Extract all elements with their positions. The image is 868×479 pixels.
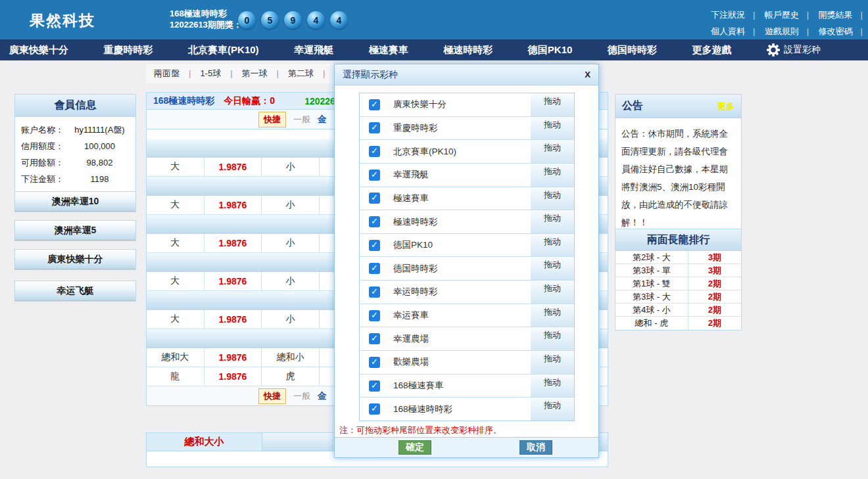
drag-handle[interactable]: 拖动 xyxy=(531,93,574,116)
sidebar-button-aus-lucky5[interactable]: 澳洲幸運5 xyxy=(14,220,136,240)
settings-lottery-button[interactable]: 設置彩种 xyxy=(767,43,821,57)
link-bet-status[interactable]: 下注狀況 xyxy=(711,10,755,20)
link-draw-results[interactable]: 開獎結果 xyxy=(819,10,863,20)
sidebar-button-guangdong-keno[interactable]: 廣東快樂十分 xyxy=(14,249,136,269)
board-game-title: 168極速時時彩 xyxy=(153,95,214,107)
quick-mode-button[interactable]: 快捷 xyxy=(258,388,286,404)
nav-speed-racing[interactable]: 極速賽車 xyxy=(369,44,408,57)
announcement-panel: 公告 更多 公告：休市期間，系統將全面清理更新，請各級代理會員備注好自己數據，本… xyxy=(615,94,742,240)
bet-option-big[interactable]: 大 xyxy=(147,196,205,215)
streak-name: 第3球 - 大 xyxy=(615,290,688,303)
bet-option-big[interactable]: 大 xyxy=(147,310,205,329)
sidebar-button-lucky-airship[interactable]: 幸运飞艇 xyxy=(14,281,136,301)
drag-handle[interactable]: 拖动 xyxy=(531,234,574,257)
bet-option-big[interactable]: 大 xyxy=(147,272,205,291)
drag-handle[interactable]: 拖动 xyxy=(531,304,574,327)
checkbox-checked[interactable] xyxy=(369,122,380,133)
drag-handle[interactable]: 拖动 xyxy=(531,281,574,304)
bet-option-small[interactable]: 小 xyxy=(262,310,320,329)
checkbox-checked[interactable] xyxy=(369,380,380,392)
checkbox-checked[interactable] xyxy=(369,357,380,368)
announcement-more-link[interactable]: 更多 xyxy=(717,101,735,112)
checkbox-checked[interactable] xyxy=(369,193,380,204)
bet-option-small[interactable]: 小 xyxy=(262,272,320,291)
cancel-button[interactable]: 取消 xyxy=(519,440,552,455)
bet-option-small[interactable]: 小 xyxy=(262,234,320,253)
close-icon[interactable]: X xyxy=(585,70,591,80)
draw-period: 12022613期開獎： xyxy=(170,19,242,30)
lottery-list-item: 極速時時彩 拖动 xyxy=(360,210,574,234)
lottery-name: 極速時時彩 xyxy=(393,216,438,228)
account-links-row2: 個人資料 遊戲規則 修改密碼 xyxy=(704,22,863,39)
bet-option-tiger[interactable]: 虎 xyxy=(262,367,320,386)
bet-option-total-big[interactable]: 總和大 xyxy=(147,348,205,367)
link-profile[interactable]: 個人資料 xyxy=(711,26,755,36)
normal-mode-button[interactable]: 一般 xyxy=(293,114,310,125)
tab-second-ball[interactable]: 第二球 xyxy=(288,68,334,80)
tab-two-sides[interactable]: 兩面盤 xyxy=(154,68,200,80)
bet-odds[interactable]: 1.9876 xyxy=(205,158,262,177)
nav-speed-ssc[interactable]: 極速時時彩 xyxy=(443,44,493,57)
settings-lottery-label: 設置彩种 xyxy=(784,44,821,56)
sidebar-button-aus-lucky10[interactable]: 澳洲幸運10 xyxy=(14,191,136,212)
drag-handle[interactable]: 拖动 xyxy=(531,398,574,421)
link-game-rules[interactable]: 遊戲規則 xyxy=(765,26,809,36)
bet-odds[interactable]: 1.9876 xyxy=(205,196,262,215)
bet-option-big[interactable]: 大 xyxy=(147,234,205,253)
bet-odds[interactable]: 1.9876 xyxy=(205,348,262,367)
checkbox-checked[interactable] xyxy=(369,170,380,181)
nav-german-ssc[interactable]: 德国時時彩 xyxy=(608,44,657,57)
bet-option-big[interactable]: 大 xyxy=(147,158,205,177)
streak-value: 2期 xyxy=(688,277,741,290)
amount-link[interactable]: 金 xyxy=(318,390,327,402)
checkbox-checked[interactable] xyxy=(369,333,380,344)
drag-handle[interactable]: 拖动 xyxy=(531,140,574,163)
drag-handle[interactable]: 拖动 xyxy=(531,351,574,374)
bet-option-dragon[interactable]: 龍 xyxy=(147,367,205,386)
nav-chongqing-ssc[interactable]: 重慶時時彩 xyxy=(104,44,153,57)
modal-note: 注：可拖动彩种尾部位置来改变彩种排序。 xyxy=(339,424,502,436)
tab-first-ball[interactable]: 第一球 xyxy=(242,68,288,80)
bet-odds[interactable]: 1.9876 xyxy=(205,234,262,253)
confirm-button[interactable]: 確定 xyxy=(398,440,431,455)
drag-handle[interactable]: 拖动 xyxy=(531,257,574,280)
checkbox-checked[interactable] xyxy=(369,403,380,415)
checkbox-checked[interactable] xyxy=(369,146,380,157)
drag-handle[interactable]: 拖动 xyxy=(531,187,574,210)
checkbox-checked[interactable] xyxy=(369,99,380,110)
nav-guangdong-keno[interactable]: 廣東快樂十分 xyxy=(9,44,68,57)
drag-handle[interactable]: 拖动 xyxy=(531,375,574,398)
link-change-password[interactable]: 修改密碼 xyxy=(819,26,863,36)
nav-more-games[interactable]: 更多遊戲 xyxy=(692,44,731,57)
bet-odds[interactable]: 1.9876 xyxy=(205,367,262,386)
checkbox-checked[interactable] xyxy=(369,263,380,274)
modal-title: 選擇顯示彩种 xyxy=(343,69,398,81)
drag-handle[interactable]: 拖动 xyxy=(531,210,574,233)
bet-option-small[interactable]: 小 xyxy=(262,158,320,177)
bet-odds[interactable]: 1.9876 xyxy=(205,310,262,329)
nav-lucky-airship[interactable]: 幸運飛艇 xyxy=(294,44,333,57)
drag-handle[interactable]: 拖动 xyxy=(531,117,574,140)
nav-german-pk10[interactable]: 德国PK10 xyxy=(528,44,573,57)
amount-link[interactable]: 金 xyxy=(318,114,327,125)
bet-mode-group: 快捷 一般 金 xyxy=(258,388,327,404)
lottery-name: 極速賽車 xyxy=(393,193,429,204)
lottery-list-item: 168極速時時彩 拖动 xyxy=(360,398,574,421)
streak-row: 第3球 - 單 3期 xyxy=(615,264,741,277)
bet-option-total-small[interactable]: 總和小 xyxy=(262,348,320,367)
normal-mode-button[interactable]: 一般 xyxy=(293,390,310,402)
current-draw-info: 168極速時時彩 12022613期開獎： xyxy=(170,8,242,30)
checkbox-checked[interactable] xyxy=(369,216,380,227)
quick-mode-button[interactable]: 快捷 xyxy=(258,112,286,127)
bet-odds[interactable]: 1.9876 xyxy=(205,272,262,291)
link-account-history[interactable]: 帳戶歷史 xyxy=(765,10,809,20)
tab-ball-1-5[interactable]: 1-5球 xyxy=(200,68,241,80)
drag-handle[interactable]: 拖动 xyxy=(531,327,574,350)
checkbox-checked[interactable] xyxy=(369,310,380,321)
lottery-name: 廣東快樂十分 xyxy=(393,99,446,110)
bet-option-small[interactable]: 小 xyxy=(262,196,320,215)
checkbox-checked[interactable] xyxy=(369,286,380,298)
nav-beijing-pk10[interactable]: 北京賽車(PK10) xyxy=(188,44,259,57)
drag-handle[interactable]: 拖动 xyxy=(531,164,574,187)
checkbox-checked[interactable] xyxy=(369,240,380,251)
